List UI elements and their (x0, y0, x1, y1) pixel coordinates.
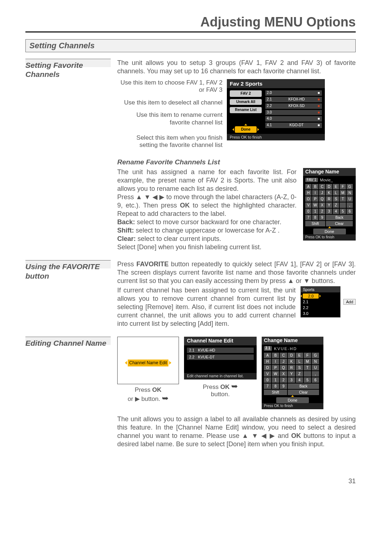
favpop-item[interactable]: 2.2 (303, 305, 338, 310)
key[interactable]: A (264, 353, 271, 358)
key[interactable]: N (312, 359, 319, 364)
key[interactable]: O (305, 196, 311, 202)
key[interactable]: 0 (305, 209, 311, 214)
key[interactable]: C (280, 353, 287, 358)
favpop-item[interactable]: 3.0 (303, 311, 338, 316)
key[interactable]: P (272, 365, 279, 370)
key[interactable]: 7 (264, 383, 271, 389)
key[interactable]: 5 (304, 377, 311, 383)
key[interactable]: L (333, 190, 339, 196)
osd-rename-list-button[interactable]: Rename List (230, 107, 262, 113)
key[interactable]: 9 (280, 383, 287, 389)
key[interactable]: G (312, 353, 319, 358)
key[interactable]: J (280, 359, 287, 364)
key-back[interactable]: Back (288, 383, 319, 389)
key[interactable]: Q (280, 365, 287, 370)
key[interactable]: B (272, 353, 279, 358)
key[interactable]: O (264, 365, 271, 370)
key[interactable]: M (340, 190, 346, 196)
key-clear[interactable]: Clear (326, 221, 353, 226)
key[interactable] (340, 202, 346, 208)
key[interactable]: E (296, 353, 303, 358)
key-back[interactable]: Back (326, 215, 353, 220)
key[interactable]: D (326, 184, 332, 189)
osd-unmark-all-button[interactable]: Unmark All (230, 99, 262, 105)
key[interactable]: Z (296, 371, 303, 377)
key[interactable]: B (312, 184, 318, 189)
key[interactable]: 1 (272, 377, 279, 383)
key[interactable] (304, 371, 311, 377)
key[interactable]: 9 (319, 215, 325, 220)
key[interactable]: 6 (347, 209, 353, 214)
change-name-keyboard[interactable]: A B C D E F G H I J K L M N O (262, 352, 323, 396)
key[interactable]: V (264, 371, 271, 377)
table-row[interactable]: 3.0 ■ (265, 110, 322, 115)
key[interactable]: A (305, 184, 311, 189)
key[interactable]: L (296, 359, 303, 364)
osd-done-button[interactable]: Done (235, 126, 257, 132)
table-row[interactable]: 4.1 KGO-DT ■ (265, 123, 322, 128)
key[interactable]: I (272, 359, 279, 364)
key[interactable]: Z (333, 202, 339, 208)
table-row[interactable]: 2.1 KVUE-HD (187, 348, 254, 353)
key[interactable]: C (319, 184, 325, 189)
key[interactable]: W (312, 202, 318, 208)
key[interactable]: 8 (312, 215, 318, 220)
key-clear[interactable]: Clear (288, 390, 319, 395)
favpop-add-button[interactable]: Add (343, 299, 356, 305)
key[interactable]: U (347, 196, 353, 202)
key[interactable]: 4 (333, 209, 339, 214)
table-row[interactable]: 2.0 ■ (265, 90, 322, 96)
key[interactable]: F (304, 353, 311, 358)
table-row[interactable]: 4.0 ■ (265, 116, 322, 122)
key[interactable]: H (305, 190, 311, 196)
table-row[interactable]: 2.2 KVUE-DT (187, 354, 254, 360)
key[interactable]: D (288, 353, 295, 358)
channel-name-edit-item[interactable]: Channel Name Edit (128, 360, 168, 366)
key-shift[interactable]: Shift (264, 390, 287, 395)
key[interactable]: 5 (340, 209, 346, 214)
key[interactable]: E (333, 184, 339, 189)
table-row[interactable]: 2.2 KFOX-SD ■ (265, 103, 322, 109)
key[interactable]: 3 (326, 209, 332, 214)
key[interactable]: 3 (288, 377, 295, 383)
key[interactable]: R (326, 196, 332, 202)
key[interactable]: H (264, 359, 271, 364)
key-shift[interactable]: Shift (305, 221, 325, 226)
key[interactable]: J (319, 190, 325, 196)
key[interactable]: R (288, 365, 295, 370)
key[interactable]: 1 (312, 209, 318, 214)
key[interactable]: , (347, 202, 353, 208)
key[interactable]: V (305, 202, 311, 208)
table-row[interactable]: 2.1 KFOX-HD ■ (265, 97, 322, 102)
favpop-selected[interactable]: 2.0 (303, 294, 319, 299)
key[interactable]: 0 (264, 377, 271, 383)
key[interactable]: 8 (272, 383, 279, 389)
key[interactable]: S (333, 196, 339, 202)
key-done[interactable]: Done (313, 229, 346, 234)
key[interactable]: 2 (280, 377, 287, 383)
key[interactable]: N (347, 190, 353, 196)
key[interactable]: 2 (319, 209, 325, 214)
key[interactable]: Y (288, 371, 295, 377)
key[interactable]: U (312, 365, 319, 370)
key[interactable]: Y (326, 202, 332, 208)
key[interactable]: T (340, 196, 346, 202)
key[interactable]: K (326, 190, 332, 196)
key[interactable]: T (304, 365, 311, 370)
osd-fav2-button[interactable]: FAV 2 (230, 90, 262, 97)
change-name-keyboard[interactable]: A B C D E F G H I J K L M N O (303, 183, 356, 227)
key[interactable]: P (312, 196, 318, 202)
key[interactable]: M (304, 359, 311, 364)
key[interactable]: 6 (312, 377, 319, 383)
key[interactable]: , (312, 371, 319, 377)
key[interactable]: G (347, 184, 353, 189)
key[interactable]: K (288, 359, 295, 364)
key[interactable]: X (280, 371, 287, 377)
key[interactable]: F (340, 184, 346, 189)
key[interactable]: S (296, 365, 303, 370)
key-done[interactable]: Done (276, 397, 309, 403)
key[interactable]: X (319, 202, 325, 208)
key[interactable]: I (312, 190, 318, 196)
key[interactable]: 7 (305, 215, 311, 220)
